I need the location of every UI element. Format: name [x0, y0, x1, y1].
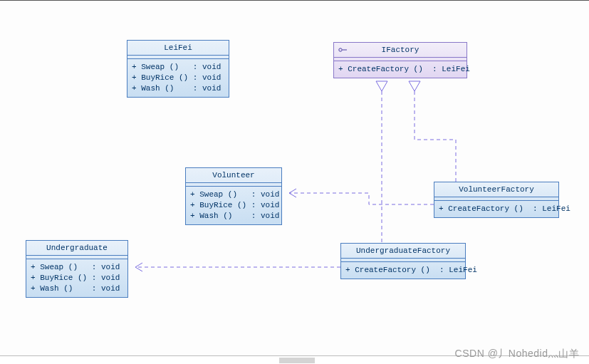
class-title: Undergraduate [26, 241, 127, 256]
svg-point-0 [339, 48, 342, 51]
class-ops: + CreateFactory () : LeiFei [434, 201, 558, 217]
interface-ifactory: IFactory + CreateFactory () : LeiFei [333, 42, 467, 78]
class-ops: + Sweap () : void + BuyRice () : void + … [127, 59, 229, 97]
scrollbar-thumb[interactable] [279, 358, 315, 363]
realization-arrowhead-icon [376, 81, 387, 91]
watermark: CSDN @丿Nohedid灬山羊 [455, 348, 579, 360]
class-title: VolunteerFactory [434, 182, 558, 197]
class-undergraduate: Undergraduate + Sweap () : void + BuyRic… [26, 240, 128, 298]
dependency-arrowhead-icon [289, 189, 296, 197]
op: + Sweap () : void [190, 189, 277, 200]
op: + Sweap () : void [132, 62, 224, 73]
class-ops: + Sweap () : void + BuyRice () : void + … [26, 259, 127, 297]
dependency-line [289, 193, 434, 204]
op: + Wash () : void [31, 284, 123, 294]
op: + CreateFactory () : LeiFei [338, 64, 462, 75]
op: + Wash () : void [132, 83, 224, 94]
class-title: Volunteer [186, 168, 281, 183]
class-undergraduatefactory: UndergraduateFactory + CreateFactory () … [340, 243, 466, 279]
class-leifei: LeiFei + Sweap () : void + BuyRice () : … [127, 40, 229, 98]
op: + BuyRice () : void [190, 200, 277, 211]
class-volunteer: Volunteer + Sweap () : void + BuyRice ()… [185, 167, 282, 225]
class-ops: + CreateFactory () : LeiFei [334, 61, 466, 78]
class-title: LeiFei [127, 41, 229, 56]
class-title: UndergraduateFactory [341, 244, 465, 259]
class-title: IFactory [334, 43, 466, 58]
op: + BuyRice () : void [132, 73, 224, 83]
class-title-text: IFactory [382, 46, 419, 54]
class-ops: + CreateFactory () : LeiFei [341, 262, 465, 279]
realization-line [415, 91, 456, 182]
realization-arrowhead-icon [409, 81, 420, 91]
interface-lollipop-icon [338, 48, 345, 52]
op: + CreateFactory () : LeiFei [439, 204, 554, 214]
dependency-arrowhead-icon [135, 263, 142, 271]
op: + BuyRice () : void [31, 273, 123, 284]
op: + Sweap () : void [31, 262, 123, 273]
op: + CreateFactory () : LeiFei [345, 265, 461, 276]
diagram-canvas: LeiFei + Sweap () : void + BuyRice () : … [0, 0, 589, 364]
class-volunteerfactory: VolunteerFactory + CreateFactory () : Le… [434, 182, 559, 218]
op: + Wash () : void [190, 211, 277, 222]
class-ops: + Sweap () : void + BuyRice () : void + … [186, 187, 281, 224]
